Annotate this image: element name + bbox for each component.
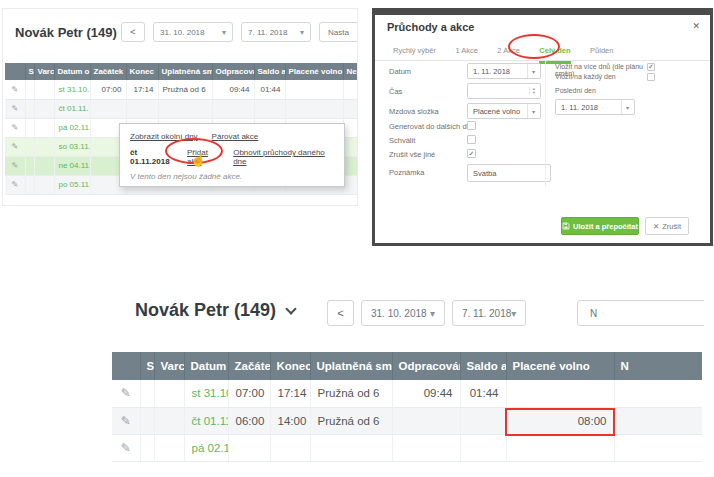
col-konec[interactable]: Konec: [126, 63, 158, 80]
settings-button-clipped[interactable]: N: [577, 300, 704, 326]
menu-item-restore-passes[interactable]: Obnovit průchody daného dne: [233, 148, 334, 166]
col-placene[interactable]: Placené volno: [506, 352, 614, 380]
dialog-title: Průchody a akce: [387, 21, 474, 33]
annotation-ellipse-full-day: [508, 34, 560, 59]
generate-next-days-label: Generovat do dalších dnů: [389, 122, 475, 131]
close-icon[interactable]: ✕: [692, 21, 700, 31]
table-header-row: S Varc Datum o Začátek Konec Uplatněná s…: [5, 63, 358, 80]
col-smena[interactable]: Uplatněná směna: [310, 352, 392, 380]
date-to-value: 7. 11. 2018: [462, 308, 511, 319]
tab-quick-select[interactable]: Rychlý výběr: [393, 42, 436, 64]
col-datum[interactable]: Datum o: [184, 352, 228, 380]
col-saldo[interactable]: Saldo akt: [460, 352, 506, 380]
menu-item-pair-actions[interactable]: Párovat akce: [212, 132, 259, 141]
caret-down-icon: ▾: [511, 308, 516, 319]
day-context-menu: Zobrazit okolní dny Párovat akce čt 01.1…: [119, 123, 345, 187]
edit-pencil-icon[interactable]: ✎: [5, 118, 25, 137]
edit-pencil-icon[interactable]: ✎: [112, 407, 140, 434]
tab-half-day[interactable]: Půlden: [590, 42, 613, 64]
insert-every-day-checkbox[interactable]: [647, 73, 655, 81]
edit-pencil-icon[interactable]: ✎: [5, 137, 25, 156]
col-smena[interactable]: Uplatněná směna: [158, 63, 212, 80]
caret-down-icon: ▾: [300, 28, 304, 37]
day-cell: čt 01.11.: [184, 407, 228, 434]
last-day-label: Poslední den: [555, 87, 596, 94]
approve-label: Schválit: [389, 136, 415, 145]
caret-down-icon: ▾: [527, 64, 535, 78]
date-to-select[interactable]: 7. 11. 2018 ▾: [452, 300, 526, 326]
col-edit: [112, 352, 140, 380]
employee-name: Novák Petr (149): [135, 300, 276, 320]
spinner-arrows-icon[interactable]: ▴▾: [529, 87, 535, 95]
employee-selector[interactable]: Novák Petr (149): [15, 25, 131, 40]
col-placene[interactable]: Placené volno: [285, 63, 343, 80]
wage-component-select[interactable]: Placené volno ▾: [467, 103, 541, 119]
settings-button-clipped[interactable]: Nasta: [319, 22, 358, 42]
col-zacatek[interactable]: Začátek: [90, 63, 126, 80]
date-from-value: 31. 10. 2018: [371, 308, 427, 319]
note-label: Poznámka: [389, 168, 424, 177]
wage-component-label: Mzdová složka: [389, 107, 439, 116]
save-and-recalculate-button[interactable]: Uložit a přepočítat: [561, 217, 639, 235]
edit-pencil-icon[interactable]: ✎: [112, 434, 140, 461]
cancel-all-other-checkbox[interactable]: ✓: [467, 149, 476, 158]
edit-pencil-icon[interactable]: ✎: [5, 175, 25, 194]
day-cell: po 05.11.: [54, 175, 90, 194]
date-to-select[interactable]: 7. 11. 2018 ▾: [241, 22, 311, 42]
day-cell: st 31.10.: [184, 380, 228, 407]
col-varc[interactable]: Varc: [34, 63, 54, 80]
col-nepla[interactable]: N: [614, 352, 702, 380]
date-to-value: 7. 11. 2018: [248, 28, 287, 37]
approve-checkbox[interactable]: [467, 135, 476, 144]
cancel-button[interactable]: ✕ Zrušit: [645, 217, 689, 235]
table-row: ✎ čt 01.11.: [5, 99, 358, 118]
menu-empty-note: V tento den nejsou žádné akce.: [130, 172, 334, 181]
col-odpracovano[interactable]: Odpracováno: [212, 63, 254, 80]
col-zacatek[interactable]: Začátek: [228, 352, 270, 380]
employee-selector[interactable]: Novák Petr (149): [135, 300, 295, 321]
note-input[interactable]: Svatba: [467, 164, 551, 182]
col-saldo[interactable]: Saldo akt: [254, 63, 285, 80]
date-select[interactable]: 1. 11. 2018 ▾: [467, 63, 541, 79]
day-cell: so 03.11.: [54, 137, 90, 156]
table-row: ✎ st 31.10. 07:00 17:14 Pružná od 6 09:4…: [5, 80, 358, 99]
table-row: ✎ pá 02.11.: [112, 434, 702, 461]
caret-down-icon: ▾: [222, 28, 226, 37]
column-divider: [545, 61, 546, 187]
prev-period-button[interactable]: <: [327, 300, 354, 326]
date-from-select[interactable]: 31. 10. 2018 ▾: [153, 22, 233, 42]
save-icon: [562, 222, 570, 230]
prev-period-button[interactable]: <: [121, 22, 145, 42]
day-cell: pá 02.11.: [54, 118, 90, 137]
check-icon: ✓: [469, 150, 475, 158]
col-s[interactable]: S: [25, 63, 34, 80]
col-varc[interactable]: Varc: [154, 352, 184, 380]
attendance-panel-small: Novák Petr (149) < 31. 10. 2018 ▾ 7. 11.…: [2, 8, 358, 206]
col-odpracovano[interactable]: Odpracováno: [392, 352, 460, 380]
day-cell: čt 01.11.: [54, 99, 90, 118]
col-nepla[interactable]: Nepla: [343, 63, 358, 80]
chevron-down-icon: [285, 303, 296, 314]
date-label: Datum: [389, 67, 411, 76]
edit-pencil-icon[interactable]: ✎: [5, 156, 25, 175]
last-day-select[interactable]: 1. 11. 2018 ▾: [555, 99, 635, 115]
annotation-rect-paid-leave: [505, 408, 615, 436]
generate-next-days-checkbox[interactable]: [467, 121, 476, 130]
highlighted-start-cell: [90, 99, 126, 118]
caret-down-icon: ▾: [430, 308, 435, 319]
table-row: ✎ st 31.10. 07:00 17:14 Pružná od 6 09:4…: [112, 380, 702, 407]
edit-pencil-icon[interactable]: ✎: [112, 380, 140, 407]
insert-multi-days-checkbox[interactable]: ✓: [647, 63, 655, 71]
tab-one-action[interactable]: 1 Akce: [455, 42, 478, 64]
attendance-table: S Varc Datum o Začátek Konec Uplatněná s…: [112, 352, 702, 462]
edit-pencil-icon[interactable]: ✎: [5, 80, 25, 99]
col-datum[interactable]: Datum o: [54, 63, 90, 80]
close-icon: ✕: [653, 222, 659, 231]
day-cell: st 31.10.: [54, 80, 90, 99]
edit-pencil-icon[interactable]: ✎: [5, 99, 25, 118]
col-konec[interactable]: Konec: [270, 352, 310, 380]
col-s[interactable]: S: [140, 352, 154, 380]
table-header-row: S Varc Datum o Začátek Konec Uplatněná s…: [112, 352, 702, 380]
date-from-select[interactable]: 31. 10. 2018 ▾: [361, 300, 445, 326]
time-spinner[interactable]: ▴▾: [467, 83, 541, 99]
